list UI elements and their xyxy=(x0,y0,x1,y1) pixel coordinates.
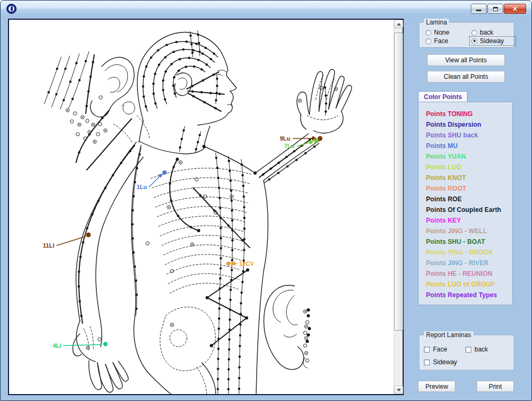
color-point-item[interactable]: Points JING - WELL xyxy=(426,226,512,236)
clean-all-points-button[interactable]: Clean all Points xyxy=(427,71,505,83)
report-lamina-option[interactable]: Sideway xyxy=(424,356,465,369)
maximize-icon xyxy=(493,7,498,11)
color-point-item[interactable]: Points Repeated Types xyxy=(426,290,512,300)
minimize-icon xyxy=(476,10,481,11)
left-hand-tendon-2 xyxy=(90,326,93,350)
color-point-label: Points KEY xyxy=(426,217,461,224)
hip-joint-dashed xyxy=(170,330,187,347)
femur-dashed xyxy=(197,367,207,394)
label-1Lu-arrow xyxy=(149,176,160,187)
ring-acupoints xyxy=(66,86,338,362)
report-lamina-option[interactable]: back xyxy=(465,343,511,356)
color-point-item[interactable]: Points SHU - BOAT xyxy=(426,236,512,247)
thigh-back-line xyxy=(202,363,216,394)
minimize-button[interactable] xyxy=(471,4,487,14)
big-ear-outline xyxy=(264,285,304,370)
radio-label: Sideway xyxy=(480,38,504,45)
color-point-label: Points HE - REUNION xyxy=(426,270,493,277)
color-point-item[interactable]: Points MU xyxy=(426,141,512,151)
color-point-item[interactable]: Points ROOT xyxy=(426,183,512,194)
palm-crease xyxy=(307,116,338,120)
front-contour xyxy=(256,181,268,394)
rib-hatching xyxy=(151,168,251,293)
acupoint-4LI[interactable] xyxy=(103,342,108,346)
preview-button[interactable]: Preview xyxy=(418,381,455,392)
view-all-points-button[interactable]: View all Points xyxy=(427,54,505,66)
close-button[interactable]: ✕ xyxy=(504,4,526,14)
neck-back xyxy=(139,121,143,142)
color-point-item[interactable]: Points SHU back xyxy=(426,130,512,141)
checkbox-label: Sideway xyxy=(433,359,457,366)
little-finger xyxy=(336,85,351,111)
detail-ear-helix xyxy=(105,64,128,92)
radio-icon xyxy=(471,38,477,44)
ear-dashed-arc-2 xyxy=(137,116,150,139)
label-4LI-text: 4LI xyxy=(53,342,61,349)
label-11LI-text: 11LI xyxy=(43,242,54,249)
color-point-item[interactable]: Points YUAN xyxy=(426,151,512,162)
acupoint-9Lu[interactable] xyxy=(318,136,323,141)
color-point-item[interactable]: Points KEY xyxy=(426,215,512,226)
shoulder-line xyxy=(139,141,205,154)
color-point-label: Points ROOT xyxy=(426,185,466,192)
big-ear-lobe-line xyxy=(284,334,297,337)
checkbox-label: Face xyxy=(433,346,447,353)
color-point-label: Points Dispersion xyxy=(426,121,481,128)
radio-label: back xyxy=(480,29,493,36)
acupoint-1Lu[interactable] xyxy=(162,170,167,175)
back-contour xyxy=(132,145,171,394)
color-point-label: Points Repeated Types xyxy=(426,291,497,299)
report-lamina-option[interactable]: Face xyxy=(424,343,465,356)
maximize-button[interactable] xyxy=(487,4,503,14)
thumb xyxy=(297,92,309,114)
color-point-item[interactable]: Points YING - BROOK xyxy=(426,247,512,258)
radio-icon xyxy=(425,38,431,44)
close-icon: ✕ xyxy=(512,6,518,12)
color-point-label: Points SHU - BOAT xyxy=(426,238,485,245)
color-point-item[interactable]: Points JING - RIVER xyxy=(426,258,512,268)
acupoint-7Lu[interactable] xyxy=(314,138,318,143)
vertical-scrollbar[interactable] xyxy=(394,20,403,394)
lamina-radio-option[interactable]: None xyxy=(424,28,470,37)
color-point-item[interactable]: Points HE - REUNION xyxy=(426,268,512,279)
lamina-radio-option[interactable]: Face xyxy=(424,37,470,45)
color-point-item[interactable]: Points Dispersion xyxy=(426,119,512,130)
color-point-label: Points SHU back xyxy=(426,132,478,139)
color-point-item[interactable]: Points Of Coupled Earth xyxy=(426,204,512,215)
color-point-item[interactable]: Points KNOT xyxy=(426,173,512,183)
color-point-item[interactable]: Points LUO of GROUP xyxy=(426,279,512,290)
left-arm-inner xyxy=(96,157,143,316)
color-point-label: Points KNOT xyxy=(426,174,466,182)
acupoint-11LI[interactable] xyxy=(86,233,91,238)
middle-finger xyxy=(319,69,334,111)
detail-ear-antihelix xyxy=(108,77,120,92)
lamina-radio-option[interactable]: back xyxy=(470,28,515,37)
body-meridian-illustration: 9Lu 7Lu 1Lu 11LI xyxy=(9,20,394,394)
scroll-up-button[interactable] xyxy=(394,20,403,28)
left-finger-4 xyxy=(113,361,128,381)
tab-color-points[interactable]: Color Points xyxy=(418,91,468,102)
scroll-down-button[interactable] xyxy=(394,386,403,394)
front-meridian-3 xyxy=(239,159,244,394)
scrollbar-thumb[interactable] xyxy=(394,32,403,331)
color-point-label: Points TONING xyxy=(426,110,473,118)
acupoint-12CV[interactable] xyxy=(226,261,231,266)
color-point-item[interactable]: Points TONING xyxy=(426,109,512,119)
palm-left-edge xyxy=(300,114,306,129)
color-point-item[interactable]: Points ROE xyxy=(426,194,512,204)
ear-dashed-arc-1 xyxy=(113,124,133,143)
color-point-item[interactable]: Points LUO xyxy=(426,162,512,173)
back-meridian xyxy=(133,148,141,316)
color-point-label: Points LUO xyxy=(426,163,461,171)
radio-label: None xyxy=(434,29,449,36)
checkbox-icon xyxy=(465,347,471,353)
palm-bottom xyxy=(314,111,343,133)
print-button[interactable]: Print xyxy=(477,381,514,392)
body-image-viewport[interactable]: 9Lu 7Lu 1Lu 11LI xyxy=(8,19,404,395)
report-laminas-checkbox-group: Face back Sideway xyxy=(424,343,511,369)
pelvis-bone-dashed xyxy=(160,307,216,371)
lamina-radio-option[interactable]: Sideway xyxy=(470,37,515,45)
color-points-panel: Points TONING Points Dispersion Points S… xyxy=(418,102,513,305)
point-label-4LI: 4LI xyxy=(53,342,108,349)
titlebar[interactable]: ✕ xyxy=(1,1,531,18)
